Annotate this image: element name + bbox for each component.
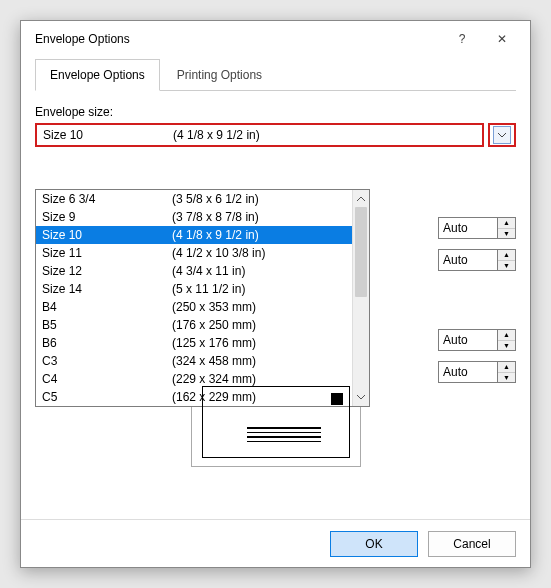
spinbox-auto-1[interactable]: Auto ▲ ▼ xyxy=(438,217,516,239)
envelope-size-group: Envelope size: Size 10 (4 1/8 x 9 1/2 in… xyxy=(35,105,516,147)
option-name: Size 12 xyxy=(42,264,172,278)
envelope-size-display[interactable]: Size 10 (4 1/8 x 9 1/2 in) xyxy=(35,123,484,147)
spin-down-button[interactable]: ▼ xyxy=(498,261,515,271)
dialog-content: Envelope Options Printing Options Envelo… xyxy=(21,57,530,519)
spin-down-button[interactable]: ▼ xyxy=(498,229,515,239)
dropdown-btn-highlight xyxy=(488,123,516,147)
dropdown-option[interactable]: B6(125 x 176 mm) xyxy=(36,334,352,352)
help-icon: ? xyxy=(459,32,466,46)
option-dims: (4 1/2 x 10 3/8 in) xyxy=(172,246,265,260)
envelope-size-combo-row: Size 10 (4 1/8 x 9 1/2 in) xyxy=(35,123,516,147)
dropdown-option[interactable]: Size 12(4 3/4 x 11 in) xyxy=(36,262,352,280)
spinbox-buttons: ▲ ▼ xyxy=(498,329,516,351)
tab-printing-options[interactable]: Printing Options xyxy=(162,59,277,90)
option-dims: (176 x 250 mm) xyxy=(172,318,256,332)
option-dims: (4 1/8 x 9 1/2 in) xyxy=(172,228,259,242)
dropdown-option[interactable]: C3(324 x 458 mm) xyxy=(36,352,352,370)
dropdown-option[interactable]: Size 14(5 x 11 1/2 in) xyxy=(36,280,352,298)
scroll-down-button[interactable] xyxy=(353,389,369,406)
option-dims: (250 x 353 mm) xyxy=(172,300,256,314)
address-lines xyxy=(247,427,321,442)
dropdown-option[interactable]: Size 9(3 7/8 x 8 7/8 in) xyxy=(36,208,352,226)
tab-label: Printing Options xyxy=(177,68,262,82)
ok-button[interactable]: OK xyxy=(330,531,418,557)
tab-strip: Envelope Options Printing Options xyxy=(35,59,516,91)
option-dims: (3 5/8 x 6 1/2 in) xyxy=(172,192,259,206)
dialog-title: Envelope Options xyxy=(35,32,442,46)
spin-down-button[interactable]: ▼ xyxy=(498,341,515,351)
spinbox-value[interactable]: Auto xyxy=(438,329,498,351)
spinbox-buttons: ▲ ▼ xyxy=(498,217,516,239)
spinbox-buttons: ▲ ▼ xyxy=(498,249,516,271)
group-spacer xyxy=(438,281,516,319)
spinbox-auto-3[interactable]: Auto ▲ ▼ xyxy=(438,329,516,351)
envelope-graphic xyxy=(202,386,350,458)
spin-up-button[interactable]: ▲ xyxy=(498,250,515,261)
spinbox-auto-2[interactable]: Auto ▲ ▼ xyxy=(438,249,516,271)
dialog-buttons: OK Cancel xyxy=(21,519,530,567)
tab-label: Envelope Options xyxy=(50,68,145,82)
spinbox-buttons: ▲ ▼ xyxy=(498,361,516,383)
side-spinboxes: Auto ▲ ▼ Auto ▲ ▼ Auto xyxy=(438,217,516,383)
titlebar: Envelope Options ? ✕ xyxy=(21,21,530,57)
chevron-down-icon xyxy=(498,133,506,138)
envelope-preview-frame xyxy=(191,377,361,467)
option-name: C4 xyxy=(42,372,172,386)
button-label: Cancel xyxy=(453,537,490,551)
envelope-size-dropdown-button[interactable] xyxy=(493,126,511,144)
option-name: B4 xyxy=(42,300,172,314)
option-name: Size 9 xyxy=(42,210,172,224)
cancel-button[interactable]: Cancel xyxy=(428,531,516,557)
option-name: Size 6 3/4 xyxy=(42,192,172,206)
button-label: OK xyxy=(365,537,382,551)
scroll-up-button[interactable] xyxy=(353,190,369,207)
stamp-icon xyxy=(331,393,343,405)
address-line xyxy=(247,427,321,429)
option-name: Size 11 xyxy=(42,246,172,260)
address-line xyxy=(247,436,321,438)
chevron-down-icon xyxy=(357,395,365,400)
option-dims: (5 x 11 1/2 in) xyxy=(172,282,245,296)
dropdown-list: Size 6 3/4(3 5/8 x 6 1/2 in)Size 9(3 7/8… xyxy=(36,190,352,406)
option-dims: (3 7/8 x 8 7/8 in) xyxy=(172,210,259,224)
spinbox-group-1: Auto ▲ ▼ Auto ▲ ▼ xyxy=(438,217,516,271)
close-icon: ✕ xyxy=(497,32,507,46)
selected-size-dims: (4 1/8 x 9 1/2 in) xyxy=(173,128,260,142)
option-dims: (229 x 324 mm) xyxy=(172,372,256,386)
scroll-thumb[interactable] xyxy=(355,207,367,297)
dropdown-option[interactable]: B4(250 x 353 mm) xyxy=(36,298,352,316)
dropdown-option[interactable]: B5(176 x 250 mm) xyxy=(36,316,352,334)
dropdown-option[interactable]: Size 6 3/4(3 5/8 x 6 1/2 in) xyxy=(36,190,352,208)
address-line xyxy=(247,432,321,434)
dropdown-option[interactable]: Size 11(4 1/2 x 10 3/8 in) xyxy=(36,244,352,262)
selected-size-name: Size 10 xyxy=(43,128,173,142)
spin-up-button[interactable]: ▲ xyxy=(498,362,515,373)
option-name: C3 xyxy=(42,354,172,368)
dropdown-scrollbar[interactable] xyxy=(352,190,369,406)
spinbox-value[interactable]: Auto xyxy=(438,217,498,239)
option-dims: (125 x 176 mm) xyxy=(172,336,256,350)
chevron-up-icon xyxy=(357,196,365,201)
envelope-size-dropdown[interactable]: Size 6 3/4(3 5/8 x 6 1/2 in)Size 9(3 7/8… xyxy=(35,189,370,407)
spin-up-button[interactable]: ▲ xyxy=(498,330,515,341)
option-dims: (324 x 458 mm) xyxy=(172,354,256,368)
envelope-size-label: Envelope size: xyxy=(35,105,516,119)
option-dims: (4 3/4 x 11 in) xyxy=(172,264,245,278)
spin-up-button[interactable]: ▲ xyxy=(498,218,515,229)
option-name: B5 xyxy=(42,318,172,332)
spinbox-group-2: Auto ▲ ▼ Auto ▲ ▼ xyxy=(438,329,516,383)
option-name: B6 xyxy=(42,336,172,350)
help-button[interactable]: ? xyxy=(442,25,482,53)
spinbox-value[interactable]: Auto xyxy=(438,361,498,383)
envelope-options-dialog: Envelope Options ? ✕ Envelope Options Pr… xyxy=(20,20,531,568)
spinbox-value[interactable]: Auto xyxy=(438,249,498,271)
dropdown-option[interactable]: Size 10(4 1/8 x 9 1/2 in) xyxy=(36,226,352,244)
close-button[interactable]: ✕ xyxy=(482,25,522,53)
tab-envelope-options[interactable]: Envelope Options xyxy=(35,59,160,91)
scroll-track[interactable] xyxy=(353,297,369,389)
option-name: C5 xyxy=(42,390,172,404)
spin-down-button[interactable]: ▼ xyxy=(498,373,515,383)
address-line xyxy=(247,441,321,443)
option-name: Size 14 xyxy=(42,282,172,296)
spinbox-auto-4[interactable]: Auto ▲ ▼ xyxy=(438,361,516,383)
